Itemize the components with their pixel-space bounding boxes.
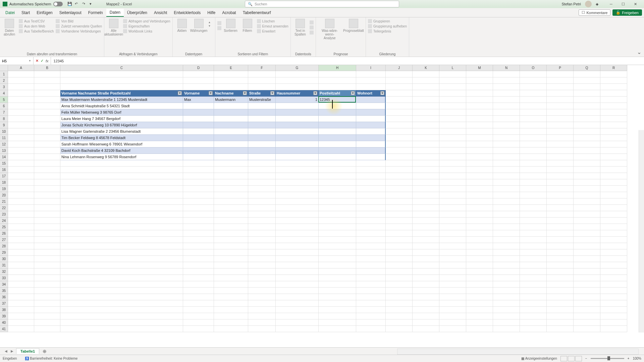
cell[interactable] [386,262,413,268]
table-cell[interactable] [276,122,319,128]
cell[interactable] [60,230,183,237]
row-header-33[interactable]: 33 [0,275,8,281]
cell[interactable] [356,218,386,224]
cell[interactable] [356,192,386,198]
cell[interactable] [520,243,547,249]
cell[interactable] [356,256,386,262]
cell[interactable] [439,141,466,147]
cell[interactable] [439,90,466,97]
cell[interactable] [574,77,600,84]
cell[interactable] [439,147,466,154]
cell[interactable] [214,326,248,332]
cell[interactable] [276,249,319,256]
cell[interactable] [413,198,439,205]
sheet-nav-next-icon[interactable]: ▶ [11,349,13,353]
cell[interactable] [466,256,493,262]
col-header-C[interactable]: C [60,65,183,71]
cell[interactable] [439,262,466,268]
cell[interactable] [574,90,600,97]
table-cell[interactable] [183,128,214,135]
table-cell[interactable] [356,116,386,122]
advanced-filter[interactable]: Erweitert [257,29,288,34]
col-header-H[interactable]: H [319,65,356,71]
user-avatar[interactable] [585,1,592,7]
currencies-button[interactable]: Währungen [192,19,206,33]
datatype-up-icon[interactable]: ▲ [208,21,213,24]
cell[interactable] [214,275,248,281]
formula-input[interactable]: 12345 [51,59,644,63]
cell[interactable] [60,268,183,275]
cell[interactable] [600,262,627,268]
cell[interactable] [276,288,319,294]
cell[interactable] [439,122,466,128]
cell[interactable] [214,186,248,192]
cell[interactable] [574,256,600,262]
cell[interactable] [600,77,627,84]
cell[interactable] [60,77,183,84]
whatif-button[interactable]: Was-wäre-wenn- Analyse [318,19,341,40]
row-header-1[interactable]: 1 [0,71,8,77]
cell[interactable] [439,154,466,160]
search-box[interactable]: 🔍 Suchen [245,1,399,7]
view-pagelayout-button[interactable] [568,356,575,361]
cell[interactable] [600,326,627,332]
cell[interactable] [413,122,439,128]
cell[interactable] [600,147,627,154]
cell[interactable] [60,179,183,186]
cell[interactable] [8,147,34,154]
cell[interactable] [34,167,60,173]
cell[interactable] [413,116,439,122]
cell[interactable] [547,186,574,192]
cell[interactable] [466,230,493,237]
cell[interactable] [34,154,60,160]
tab-acrobat[interactable]: Acrobat [219,9,239,16]
cell[interactable] [520,256,547,262]
save-icon[interactable]: 💾 [67,2,72,6]
row-header-15[interactable]: 15 [0,160,8,167]
cell[interactable] [319,230,356,237]
col-header-F[interactable]: F [248,65,276,71]
cell[interactable] [547,122,574,128]
cell[interactable] [600,103,627,109]
cell[interactable] [547,313,574,319]
cell[interactable] [386,326,413,332]
cell[interactable] [520,300,547,307]
cell[interactable] [276,186,319,192]
cell[interactable] [214,192,248,198]
cell[interactable] [356,300,386,307]
horizontal-scrollbar[interactable] [397,349,639,355]
cell[interactable] [8,192,34,198]
cell[interactable] [319,198,356,205]
cell[interactable] [600,313,627,319]
cell[interactable] [466,128,493,135]
cell[interactable] [520,97,547,103]
table-cell[interactable]: Musterstraße [248,97,276,103]
cell[interactable] [386,116,413,122]
table-cell[interactable] [319,109,356,116]
cell[interactable] [520,167,547,173]
cell[interactable] [248,211,276,218]
cell[interactable] [493,109,520,116]
cell[interactable] [520,103,547,109]
cell[interactable] [386,218,413,224]
row-header-38[interactable]: 38 [0,307,8,313]
cell[interactable] [276,224,319,230]
cell[interactable] [520,128,547,135]
cell[interactable] [574,294,600,300]
table-cell[interactable]: 12345 [319,97,356,103]
cell[interactable] [386,77,413,84]
cell[interactable] [413,141,439,147]
cell[interactable] [520,160,547,167]
cell[interactable] [183,179,214,186]
cell[interactable] [547,307,574,313]
cell[interactable] [214,294,248,300]
cell[interactable] [520,288,547,294]
cell[interactable] [60,256,183,262]
cell[interactable] [600,109,627,116]
cell[interactable] [439,224,466,230]
table-cell[interactable] [214,154,248,160]
cell[interactable] [386,313,413,319]
cell[interactable] [386,135,413,141]
cell[interactable] [386,237,413,243]
cell[interactable] [214,179,248,186]
